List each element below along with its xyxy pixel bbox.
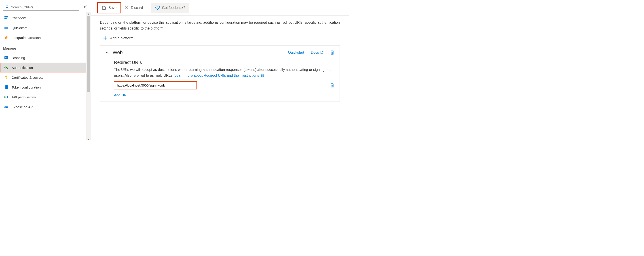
svg-rect-20 <box>103 8 105 10</box>
search-input[interactable] <box>11 5 77 9</box>
sidebar-item-overview[interactable]: Overview <box>0 13 91 23</box>
cloud-icon <box>4 26 8 30</box>
save-label: Save <box>108 6 116 10</box>
svg-line-1 <box>8 8 9 8</box>
learn-more-redirect-link[interactable]: Learn more about Redirect URIs and their… <box>174 74 264 77</box>
scrollbar-thumb[interactable] <box>87 16 90 92</box>
redirect-uris-description: The URIs we will accept as destinations … <box>114 67 334 78</box>
svg-rect-8 <box>5 58 6 58</box>
svg-rect-4 <box>4 18 6 19</box>
sidebar-item-authentication[interactable]: Authentication <box>0 62 91 72</box>
token-icon <box>4 85 8 90</box>
svg-point-6 <box>6 37 7 38</box>
sidebar-item-label: Expose an API <box>12 105 34 109</box>
delete-uri-button[interactable] <box>330 83 334 88</box>
save-icon <box>102 6 106 10</box>
sidebar-item-label: Integration assistant <box>12 36 42 40</box>
svg-rect-12 <box>6 78 7 79</box>
discard-button[interactable]: Discard <box>120 3 147 13</box>
platform-description: Depending on the platform or device this… <box>100 20 340 31</box>
docs-link[interactable]: Docs <box>311 50 324 54</box>
expose-api-icon <box>4 105 8 109</box>
external-link-icon <box>320 51 324 54</box>
feedback-label: Got feedback? <box>162 6 185 10</box>
sidebar-item-label: Authentication <box>12 66 33 70</box>
sidebar-scrollbar[interactable]: ▴ ▾ <box>86 16 91 137</box>
authentication-icon <box>4 65 8 70</box>
svg-point-0 <box>6 6 8 8</box>
sidebar-item-label: Token configuration <box>12 86 41 89</box>
sidebar: Overview Quickstart Integration assistan… <box>0 0 91 140</box>
plus-icon <box>103 36 108 40</box>
delete-platform-button[interactable] <box>330 50 334 55</box>
sidebar-item-expose-api[interactable]: Expose an API <box>0 102 91 112</box>
sidebar-item-certificates-secrets[interactable]: Certificates & secrets <box>0 72 91 82</box>
branding-icon <box>4 56 8 60</box>
command-bar: Save Discard Got feedback? <box>91 0 349 16</box>
redirect-uris-heading: Redirect URIs <box>114 60 334 65</box>
sidebar-item-branding[interactable]: Branding <box>0 53 91 62</box>
sidebar-item-api-permissions[interactable]: API permissions <box>0 92 91 102</box>
docs-label: Docs <box>311 50 319 54</box>
sidebar-section-manage: Manage <box>0 42 91 53</box>
sidebar-item-label: Overview <box>12 16 26 20</box>
trash-icon <box>330 83 334 88</box>
chevron-up-icon[interactable] <box>106 52 109 54</box>
svg-rect-3 <box>6 16 8 18</box>
add-platform-label: Add a platform <box>110 36 134 40</box>
scroll-down-arrow[interactable]: ▾ <box>86 137 91 140</box>
close-icon <box>124 6 128 10</box>
sidebar-item-label: Quickstart <box>12 26 27 30</box>
sidebar-item-label: Certificates & secrets <box>12 76 43 79</box>
feedback-button[interactable]: Got feedback? <box>151 3 189 13</box>
trash-icon <box>330 50 334 55</box>
search-icon <box>6 5 9 9</box>
collapse-sidebar-button[interactable] <box>82 4 88 10</box>
sidebar-item-quickstart[interactable]: Quickstart <box>0 23 91 33</box>
sidebar-item-token-configuration[interactable]: Token configuration <box>0 82 91 92</box>
svg-point-10 <box>5 76 7 77</box>
svg-point-18 <box>7 107 7 108</box>
main-panel: Save Discard Got feedback? Depending on … <box>91 0 349 140</box>
overview-icon <box>4 16 8 20</box>
svg-rect-13 <box>5 86 6 89</box>
heart-icon <box>155 6 160 10</box>
add-uri-button[interactable]: Add URI <box>114 93 334 97</box>
svg-point-16 <box>4 96 6 98</box>
redirect-uri-input[interactable] <box>114 82 197 89</box>
svg-rect-14 <box>6 86 7 89</box>
add-platform-button[interactable]: Add a platform <box>103 36 340 40</box>
api-permissions-icon <box>4 95 8 99</box>
platform-title: Web <box>113 50 123 56</box>
sidebar-item-label: API permissions <box>12 95 36 99</box>
rocket-icon <box>4 35 8 40</box>
scroll-up-arrow[interactable]: ▴ <box>86 12 91 16</box>
key-icon <box>4 75 8 80</box>
search-box[interactable] <box>3 3 79 11</box>
save-button[interactable]: Save <box>98 3 120 13</box>
command-separator <box>149 4 149 11</box>
discard-label: Discard <box>131 6 143 10</box>
external-link-icon <box>261 74 264 77</box>
quickstart-link[interactable]: Quickstart <box>288 50 304 54</box>
sidebar-item-label: Branding <box>12 56 25 60</box>
sidebar-item-integration-assistant[interactable]: Integration assistant <box>0 33 91 42</box>
web-platform-card: Web Quickstart Docs Redirect URIs <box>100 46 340 102</box>
svg-rect-5 <box>6 18 7 18</box>
svg-rect-2 <box>4 16 6 18</box>
svg-rect-15 <box>7 86 8 89</box>
